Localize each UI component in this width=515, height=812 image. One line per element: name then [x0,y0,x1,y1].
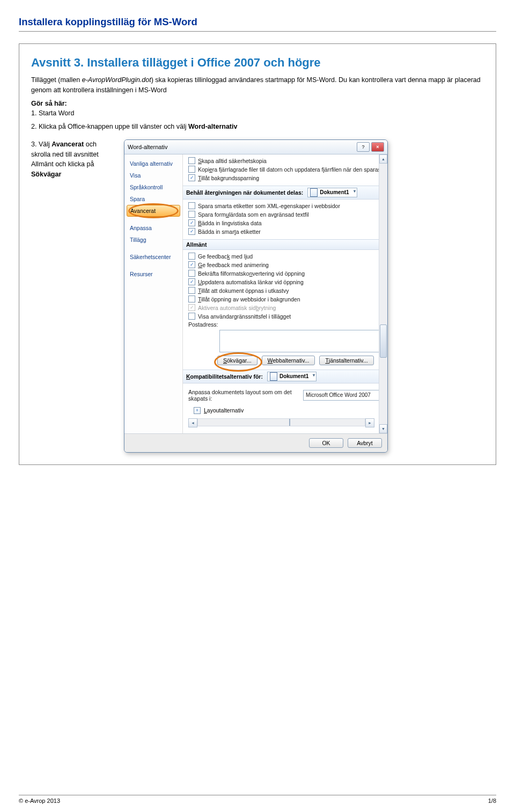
paths-button[interactable]: Sökvägar... [217,356,258,365]
a: Spara form [198,211,226,218]
dialog-title-text: Word-alternativ [128,144,167,150]
b: rytning [259,305,276,311]
ok-button[interactable]: OK [309,438,343,448]
lbl: ökvägar... [227,357,252,364]
dd-val: Dokument1 [320,189,349,195]
opt-bgsave[interactable]: Tillåt bakgrundssparning [188,174,384,182]
vscroll-thumb[interactable] [380,324,387,358]
sidebar-item-langcheck[interactable]: Språkkontroll [124,181,182,193]
general-button-row: Sökvägar... Webbalternativ... Tjänstalte… [217,356,384,365]
document-title: Installera kopplingstilläg för MS-Word [19,16,496,28]
opt-xml[interactable]: Spara smarta etiketter som XML-egenskape… [188,202,384,210]
compat-text: Anpassa dokumentets layout som om det sk… [188,389,299,402]
checkbox-icon[interactable] [188,261,195,268]
sidebar-item-customize[interactable]: Anpassa [124,222,182,234]
sidebar-item-addins[interactable]: Tillägg [124,234,182,246]
opt-confirm-conv[interactable]: Bekräfta filformatskonvertering vid öppn… [188,269,384,278]
compat-doc-dropdown[interactable]: Dokument1 [267,372,317,381]
sidebar-item-show[interactable]: Visa [124,169,182,181]
opt-linguistic[interactable]: Bädda in lingvistiska data [188,219,384,227]
checkbox-icon[interactable] [188,253,195,260]
group-general: Allmänt [183,239,387,250]
dialog-titlebar: Word-alternativ ? × [124,140,387,154]
lbl: ppdatera automatiska länkar vid öppning [202,279,304,285]
checkbox-icon[interactable] [188,219,195,226]
opt-remote[interactable]: Kopiera fjärrlagrade filer till datorn o… [188,165,384,174]
checkbox-icon[interactable] [188,202,195,209]
opt-feedback-anim[interactable]: Ge feedback med animering [188,261,384,269]
compat-version-dropdown[interactable]: Microsoft Office Word 2007 [303,390,384,401]
checkbox-icon[interactable] [188,174,195,181]
step3-b: Avancerat [52,141,84,148]
checkbox-icon[interactable] [188,270,195,277]
hscroll-thumb[interactable] [289,419,290,426]
opt-ui-errors[interactable]: Visa användargränssnittsfel i tillägget [188,312,384,321]
opt-backup[interactable]: Skapa alltid säkerhetskopia [188,157,384,165]
opt-feedback-sound[interactable]: Ge feedback med ljud [188,252,384,261]
intro-paragraph: Tillägget (mallen e-AvropWordPlugin.dot)… [31,75,484,95]
dd-val: Microsoft Office Word 2007 [306,392,371,398]
hscroll-track[interactable] [197,418,365,426]
step2-b: Word-alternativ [188,123,237,130]
horizontal-scrollbar[interactable]: ◄ ► [188,418,374,426]
document-icon [310,188,318,197]
checkbox-icon[interactable] [188,296,195,302]
section-title: Avsnitt 3. Installera tillägget i Office… [31,56,484,70]
footer-copyright: © e-Avrop 2013 [19,798,60,804]
dialog-close-button[interactable]: × [371,142,384,152]
compat-row: Anpassa dokumentets layout som om det sk… [188,386,384,405]
dialog-help-button[interactable]: ? [357,142,370,152]
scroll-left-icon[interactable]: ◄ [188,418,197,427]
checkbox-icon[interactable] [188,228,195,235]
sidebar-item-advanced-label: Avancerat [130,208,156,214]
checkbox-icon[interactable] [188,166,195,173]
checkbox-icon[interactable] [188,313,195,320]
sidebar-item-trust[interactable]: Säkerhetscenter [124,251,182,263]
checkbox-icon [188,304,195,311]
scroll-up-icon[interactable]: ▲ [379,154,387,164]
lbl: Visa användargränssnittsfel i tillägget [198,313,291,320]
cancel-button[interactable]: Avbryt [348,438,382,448]
checkbox-icon[interactable] [188,211,195,218]
opt-update-links[interactable]: Uppdatera automatiska länkar vid öppning [188,278,384,286]
step3-a: 3. Välj [31,141,52,148]
u: S [223,357,227,364]
vscroll-track[interactable] [379,164,387,424]
u: S [198,158,202,164]
checkbox-icon[interactable] [188,287,195,294]
sidebar-item-common[interactable]: Vanliga alternativ [124,158,182,169]
intro-filename: e-AvropWordPlugin.dot [82,76,151,84]
layout-options-expander[interactable]: + Layoutalternativ [188,405,384,416]
opt-formdata[interactable]: Spara formulärdata som en avgränsad text… [188,210,384,219]
a: Bekräfta filformatsko [198,270,249,277]
opt-postaddr: Postadress: [188,321,384,329]
scroll-down-icon[interactable]: ▼ [379,424,387,433]
lbl: ebbalternativ... [273,357,309,364]
sidebar-item-resources[interactable]: Resurser [124,268,182,280]
section-frame: Avsnitt 3. Installera tillägget i Office… [19,43,496,465]
opt-draft-open[interactable]: Tillåt att dokument öppnas i utkastvy [188,286,384,295]
opt-auto-pagebreak: Aktivera automatisk sidbrytning [188,304,384,312]
checkbox-icon[interactable] [188,278,195,285]
fidelity-doc-dropdown[interactable]: Dokument1 [307,188,357,197]
opt-smarttags[interactable]: Bädda in smarta etiketter [188,227,384,236]
step-2: 2. Klicka på Office-knappen uppe till vä… [31,122,484,132]
u: B [198,220,202,226]
b: a etiketter [236,228,261,235]
title-divider [19,31,496,32]
b: vertering vid öppning [253,270,305,277]
scroll-right-icon[interactable]: ► [365,418,374,427]
step2-a: 2. Klicka på Office-knappen uppe till vä… [31,123,188,130]
vertical-scrollbar[interactable]: ▲ ▼ [379,154,387,433]
sidebar-item-save[interactable]: Spara [124,193,182,205]
steps-label: Gör så här: [31,100,67,107]
sidebar-item-advanced[interactable]: Avancerat [127,205,180,217]
checkbox-icon[interactable] [188,157,195,164]
group-compat: Kompatibilitetsalternativ för: Dokument1 [183,370,387,383]
post-address-input[interactable] [219,330,387,352]
opt-web-bg[interactable]: Tillåt öppning av webbsidor i bakgrunden [188,295,384,304]
service-options-button[interactable]: Tjänstalternativ... [319,356,373,365]
web-options-button[interactable]: Webbalternativ... [262,356,315,365]
group-fidelity: Behåll återgivningen när dokumentet dela… [183,186,387,200]
group-fidelity-label: Behåll återgivningen när dokumentet dela… [186,189,303,196]
